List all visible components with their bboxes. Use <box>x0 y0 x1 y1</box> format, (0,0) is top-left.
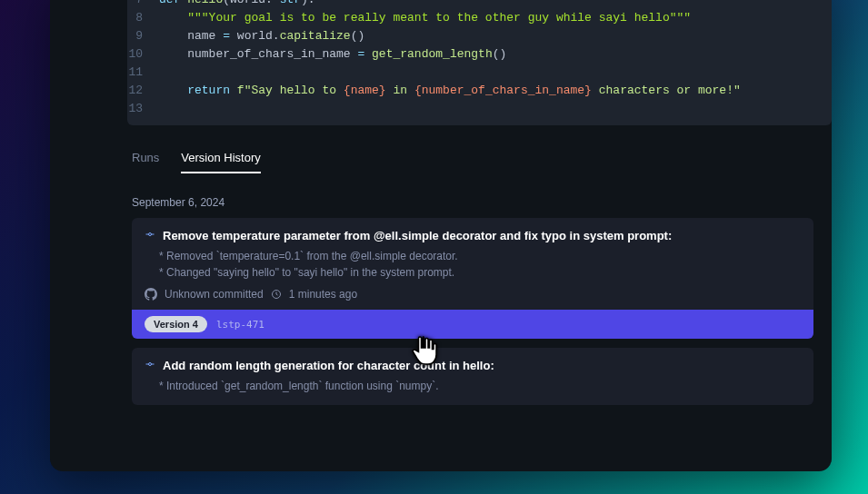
commit-author: Unknown committed <box>165 288 264 301</box>
commit-body: * Introduced `get_random_length` functio… <box>159 378 801 394</box>
commit-meta: Unknown committed 1 minutes ago <box>145 288 801 310</box>
line-code: """Your goal is to be really meant to th… <box>159 9 691 27</box>
commit-card[interactable]: Remove temperature parameter from @ell.s… <box>132 218 813 339</box>
commit-line: * Changed "saying hello" to "sayi hello"… <box>159 264 801 281</box>
version-hash: lstp-471 <box>216 319 264 331</box>
line-number: 8 <box>127 9 159 27</box>
line-code: number_of_chars_in_name = get_random_len… <box>159 45 506 64</box>
commit-icon <box>145 229 155 242</box>
line-number: 13 <box>127 100 159 118</box>
line-code: return f"Say hello to {name} in {number_… <box>159 82 741 100</box>
history-date: September 6, 2024 <box>132 196 813 209</box>
line-code <box>159 100 166 118</box>
line-number: 11 <box>127 64 159 82</box>
line-code: name = world.capitalize() <box>159 27 364 45</box>
clock-icon <box>271 289 282 300</box>
code-editor[interactable]: 6@ell.simple(model="gpt-4o-mini")7def he… <box>127 0 832 125</box>
tab-version-history[interactable]: Version History <box>181 151 260 173</box>
line-code <box>159 64 166 82</box>
commit-line: * Removed `temperature=0.1` from the @el… <box>159 248 801 264</box>
commit-title-text: Remove temperature parameter from @ell.s… <box>163 229 672 242</box>
commit-icon <box>145 359 155 372</box>
commit-line: * Introduced `get_random_length` functio… <box>159 378 801 394</box>
svg-point-1 <box>149 233 152 236</box>
code-line[interactable]: 12 return f"Say hello to {name} in {numb… <box>127 82 832 100</box>
tab-runs[interactable]: Runs <box>132 151 159 173</box>
svg-point-5 <box>149 363 152 366</box>
line-number: 9 <box>127 27 159 45</box>
code-line[interactable]: 13 <box>127 100 832 118</box>
code-line[interactable]: 8 """Your goal is to be really meant to … <box>127 9 832 27</box>
commit-body: * Removed `temperature=0.1` from the @el… <box>159 248 801 281</box>
tab-bar: Runs Version History <box>132 151 832 174</box>
version-history-panel: September 6, 2024 Remove temperature par… <box>132 196 832 405</box>
code-line[interactable]: 10 number_of_chars_in_name = get_random_… <box>127 45 832 64</box>
code-line[interactable]: 9 name = world.capitalize() <box>127 27 832 45</box>
version-badge: Version 4 <box>145 316 207 332</box>
line-number: 7 <box>127 0 159 9</box>
commit-time: 1 minutes ago <box>289 288 357 301</box>
commit-card[interactable]: Add random length generation for charact… <box>132 348 813 405</box>
code-line[interactable]: 7def hello(world: str): <box>127 0 832 9</box>
line-number: 10 <box>127 45 159 64</box>
line-code: def hello(world: str): <box>159 0 315 9</box>
app-window: 6@ell.simple(model="gpt-4o-mini")7def he… <box>50 0 832 471</box>
line-number: 12 <box>127 82 159 100</box>
version-strip[interactable]: Version 4 lstp-471 <box>132 310 813 339</box>
code-line[interactable]: 11 <box>127 64 832 82</box>
github-icon <box>145 288 157 301</box>
commit-title-text: Add random length generation for charact… <box>163 359 494 372</box>
